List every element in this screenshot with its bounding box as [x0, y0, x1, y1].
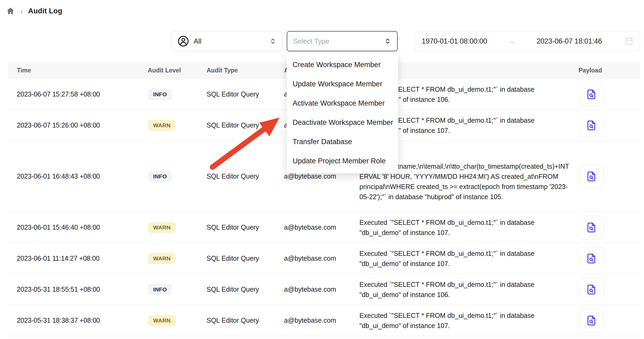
view-payload-button[interactable]: [579, 114, 604, 137]
audit-level-badge: WARN: [148, 120, 176, 131]
audit-type-cell: SQL Editor Query: [207, 255, 284, 262]
arrow-right-icon: →: [505, 37, 518, 46]
audit-type-cell: SQL Editor Query: [207, 121, 284, 129]
audit-type-dropdown: Create Workspace Member Update Workspace…: [287, 52, 398, 173]
date-range-end[interactable]: 2023-06-07 18:01:46: [537, 37, 602, 45]
file-search-icon: [585, 221, 597, 234]
person-circle-icon: [177, 35, 189, 47]
file-search-icon: [585, 119, 597, 132]
actor-cell: a@bytebase.com: [284, 172, 359, 180]
col-header-audit-level: Audit Level: [148, 67, 207, 74]
audit-type-cell: SQL Editor Query: [207, 90, 284, 98]
audit-level-badge: WARN: [148, 222, 176, 233]
audit-level-badge: WARN: [148, 253, 176, 264]
table-row: 2023-06-01 11:14:27 +08:00 WARN SQL Edit…: [8, 243, 640, 274]
audit-type-cell: SQL Editor Query: [207, 286, 284, 293]
actor-cell: a@bytebase.com: [284, 224, 359, 231]
page-title: Audit Log: [28, 7, 62, 15]
dropdown-option[interactable]: Transfer Database: [287, 132, 398, 151]
view-payload-button[interactable]: [579, 278, 604, 301]
date-range-picker[interactable]: 1970-01-01 08:00:00 → 2023-06-07 18:01:4…: [415, 31, 640, 51]
calendar-icon: [625, 37, 633, 46]
dropdown-option[interactable]: Update Workspace Member: [287, 74, 398, 94]
time-cell: 2023-05-31 18:55:51 +08:00: [8, 286, 148, 293]
dropdown-option[interactable]: Activate Workspace Member: [287, 94, 398, 113]
comment-cell: Executed `"SELECT * FROM db_ui_demo.t1;"…: [359, 279, 579, 300]
actor-filter-value: All: [194, 37, 269, 45]
audit-level-badge: INFO: [148, 284, 172, 295]
file-search-icon: [585, 170, 597, 183]
col-header-payload: Payload: [579, 67, 640, 74]
file-search-icon: [585, 88, 597, 101]
time-cell: 2023-05-31 18:38:37 +08:00: [8, 317, 148, 324]
audit-type-cell: SQL Editor Query: [207, 172, 284, 180]
view-payload-button[interactable]: [579, 165, 604, 188]
updown-chevron-icon: [269, 37, 277, 45]
audit-level-badge: INFO: [148, 89, 172, 100]
actor-filter-select[interactable]: All: [171, 31, 282, 51]
date-range-start[interactable]: 1970-01-01 08:00:00: [422, 37, 487, 45]
breadcrumb: › Audit Log: [6, 6, 62, 16]
audit-level-badge: INFO: [148, 171, 172, 182]
actor-cell: a@bytebase.com: [284, 255, 359, 262]
dropdown-option[interactable]: Update Project Member Role: [287, 151, 398, 171]
time-cell: 2023-06-07 15:27:58 +08:00: [8, 90, 148, 98]
chevron-right-icon: ›: [20, 6, 23, 16]
updown-chevron-icon: [384, 37, 392, 45]
time-cell: 2023-06-01 15:46:40 +08:00: [8, 224, 148, 231]
comment-cell: Executed `"SELECT * FROM db_ui_demo.t1;"…: [359, 310, 579, 331]
actor-cell: a@bytebase.com: [284, 286, 359, 293]
comment-cell: Executed `"SELECT * FROM db_ui_demo.t1;"…: [359, 217, 579, 238]
view-payload-button[interactable]: [579, 216, 604, 239]
home-icon[interactable]: [6, 6, 15, 16]
comment-cell: Executed `"SELECT * FROM db_ui_demo.t1;"…: [359, 248, 579, 269]
table-row: 2023-05-31 18:38:37 +08:00 WARN SQL Edit…: [8, 305, 640, 336]
time-cell: 2023-06-07 15:26:00 +08:00: [8, 121, 148, 129]
time-cell: 2023-06-01 11:14:27 +08:00: [8, 255, 148, 262]
col-header-audit-type: Audit Type: [207, 67, 284, 74]
dropdown-option[interactable]: Create Workspace Member: [287, 55, 398, 74]
file-search-icon: [585, 314, 597, 327]
audit-type-cell: SQL Editor Query: [207, 224, 284, 231]
view-payload-button[interactable]: [579, 309, 604, 332]
table-row: 2023-06-01 15:46:40 +08:00 WARN SQL Edit…: [8, 212, 640, 243]
view-payload-button[interactable]: [579, 83, 604, 106]
audit-type-cell: SQL Editor Query: [207, 317, 284, 324]
audit-level-badge: WARN: [148, 315, 176, 326]
file-search-icon: [585, 283, 597, 296]
actor-cell: a@bytebase.com: [284, 317, 359, 324]
audit-type-select[interactable]: Select Type: [287, 31, 398, 51]
table-row: 2023-05-31 18:55:51 +08:00 INFO SQL Edit…: [8, 274, 640, 305]
file-search-icon: [585, 252, 597, 265]
time-cell: 2023-06-01 16:48:43 +08:00: [8, 172, 148, 180]
audit-type-placeholder: Select Type: [293, 37, 384, 45]
col-header-time: Time: [8, 67, 148, 74]
dropdown-option[interactable]: Deactivate Workspace Member: [287, 113, 398, 132]
view-payload-button[interactable]: [579, 247, 604, 270]
